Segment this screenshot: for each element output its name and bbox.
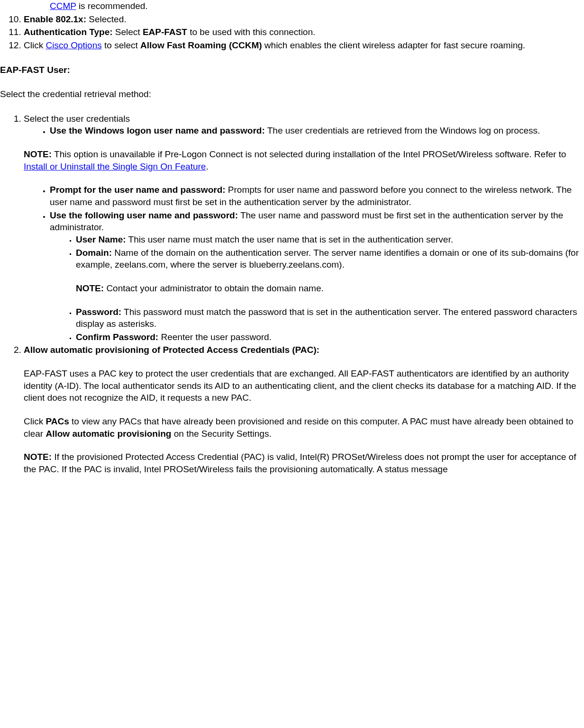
text: Name of the domain on the authentication… bbox=[76, 248, 579, 270]
text: to be used with this connection. bbox=[187, 27, 315, 37]
text: This password must match the password th… bbox=[76, 307, 577, 329]
pac-para-2: Click PACs to view any PACs that have al… bbox=[24, 415, 584, 440]
document-content: CCMP is recommended. Enable 802.1x: Sele… bbox=[0, 0, 584, 476]
list-item-10: Enable 802.1x: Selected. bbox=[24, 13, 584, 26]
note-block: NOTE: This option is unavailable if Pre-… bbox=[24, 148, 584, 172]
text: Select the user credentials bbox=[24, 114, 130, 124]
text: Contact your administrator to obtain the… bbox=[104, 283, 324, 293]
note-label: NOTE: bbox=[24, 149, 52, 159]
text: on the Security Settings. bbox=[171, 429, 271, 439]
text: Click bbox=[24, 416, 46, 426]
pacs-bold: PACs bbox=[46, 416, 69, 426]
ccmp-link[interactable]: CCMP bbox=[50, 1, 76, 11]
list-item-11: Authentication Type: Select EAP-FAST to … bbox=[24, 26, 584, 38]
label: Use the following user name and password… bbox=[50, 210, 238, 220]
option-use-following: Use the following user name and password… bbox=[50, 209, 584, 343]
label: Prompt for the user name and password: bbox=[50, 185, 226, 195]
section-heading: EAP-FAST User: bbox=[0, 64, 584, 76]
text: This option is unavailable if Pre-Logon … bbox=[52, 149, 566, 159]
label: User Name: bbox=[76, 234, 126, 244]
credential-options-2: Prompt for the user name and password: P… bbox=[24, 184, 584, 343]
text: is recommended. bbox=[76, 1, 148, 11]
option-prompt: Prompt for the user name and password: P… bbox=[50, 184, 584, 208]
field-password: Password: This password must match the p… bbox=[76, 306, 584, 330]
cisco-options-link[interactable]: Cisco Options bbox=[46, 40, 101, 50]
field-confirm-password: Confirm Password: Reenter the user passw… bbox=[76, 331, 584, 343]
label: Authentication Type: bbox=[24, 27, 113, 37]
text: Select bbox=[113, 27, 143, 37]
note-label: NOTE: bbox=[24, 452, 52, 462]
label: Domain: bbox=[76, 248, 112, 258]
note-label: NOTE: bbox=[76, 283, 104, 293]
credential-list: Select the user credentials Use the Wind… bbox=[0, 113, 584, 476]
intro-text: Select the credential retrieval method: bbox=[0, 88, 584, 100]
label: Enable 802.1x: bbox=[24, 14, 86, 24]
text: Reenter the user password. bbox=[158, 332, 272, 342]
pac-para-1: EAP-FAST uses a PAC key to protect the u… bbox=[24, 368, 584, 404]
domain-note: NOTE: Contact your administrator to obta… bbox=[76, 282, 584, 295]
label: Allow automatic provisioning of Protecte… bbox=[24, 345, 319, 355]
text: Selected. bbox=[86, 14, 127, 24]
field-username: User Name: This user name must match the… bbox=[76, 234, 584, 246]
list-item-2: Allow automatic provisioning of Protecte… bbox=[24, 344, 584, 475]
text: If the provisioned Protected Access Cred… bbox=[24, 452, 576, 474]
allow-auto-bold: Allow automatic provisioning bbox=[46, 429, 171, 439]
option-windows-logon: Use the Windows logon user name and pass… bbox=[50, 125, 584, 137]
list-item-9-continuation: CCMP is recommended. bbox=[50, 0, 584, 12]
top-ordered-list: CCMP is recommended. Enable 802.1x: Sele… bbox=[0, 0, 584, 52]
field-list: User Name: This user name must match the… bbox=[50, 234, 584, 343]
text: which enables the client wireless adapte… bbox=[262, 40, 526, 50]
text: to select bbox=[102, 40, 140, 50]
text: . bbox=[206, 162, 208, 171]
label: Password: bbox=[76, 307, 121, 317]
list-item-1: Select the user credentials Use the Wind… bbox=[24, 113, 584, 343]
credential-options: Use the Windows logon user name and pass… bbox=[24, 125, 584, 137]
list-item-12: Click Cisco Options to select Allow Fast… bbox=[24, 39, 584, 52]
label: Use the Windows logon user name and pass… bbox=[50, 126, 265, 135]
text: This user name must match the user name … bbox=[126, 234, 453, 244]
label: Confirm Password: bbox=[76, 332, 158, 342]
text: The user credentials are retrieved from … bbox=[265, 126, 540, 135]
pac-note: NOTE: If the provisioned Protected Acces… bbox=[24, 451, 584, 475]
text: Click bbox=[24, 40, 46, 50]
value: EAP-FAST bbox=[143, 27, 187, 37]
install-uninstall-link[interactable]: Install or Uninstall the Single Sign On … bbox=[24, 162, 206, 171]
option-name: Allow Fast Roaming (CCKM) bbox=[140, 40, 262, 50]
field-domain: Domain: Name of the domain on the authen… bbox=[76, 247, 584, 295]
